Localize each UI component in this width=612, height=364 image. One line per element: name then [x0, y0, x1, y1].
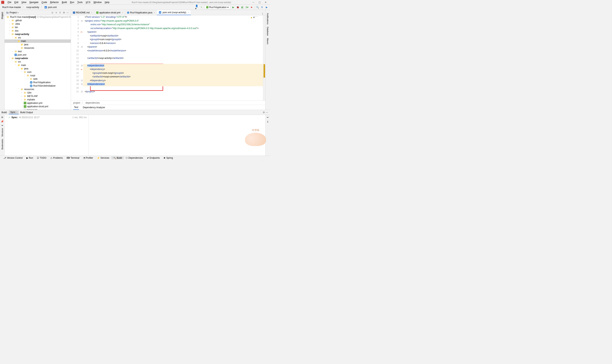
editor-breadcrumb-item[interactable]: project — [73, 102, 80, 104]
tree-item[interactable]: CRuoYiApplication — [5, 81, 71, 84]
tree-item[interactable]: application.yml — [5, 101, 71, 105]
back-arrow-icon[interactable]: ↖ — [200, 6, 203, 9]
menu-navigate[interactable]: Navigate — [28, 1, 40, 4]
bottom-tool-build[interactable]: 🔨 Build — [111, 156, 124, 159]
bottom-tool-spring[interactable]: ❀ Spring — [162, 156, 175, 159]
caret-position[interactable]: 1:1 — [231, 160, 235, 161]
bottom-tool-problems[interactable]: ⚠ Problems — [48, 156, 65, 159]
tree-item[interactable]: java — [5, 43, 71, 46]
menu-refactor[interactable]: Refactor — [49, 1, 60, 4]
editor-tab[interactable]: application-druid.yml× — [94, 10, 125, 15]
tree-item[interactable]: ˇsrc — [5, 36, 71, 39]
structure-tool-button[interactable]: Structure — [1, 127, 3, 137]
tree-item[interactable]: ›META-INF — [5, 94, 71, 98]
editor-tab[interactable]: RuoYiApplication.java× — [125, 10, 157, 15]
tree-item[interactable]: CRuoYiServletInitializer — [5, 84, 71, 88]
breadcrumb-item[interactable]: ruoyi-activity — [26, 6, 40, 9]
menu-run[interactable]: Run — [68, 1, 76, 4]
notifications-tool-button[interactable]: Notifications — [266, 12, 269, 25]
indent-setting[interactable]: 4 spaces — [250, 160, 259, 161]
tree-item[interactable]: ›test — [5, 50, 71, 53]
bottom-tool-version-control[interactable]: ⎇ Version Control — [1, 156, 25, 159]
minimize-button[interactable]: ─ — [252, 1, 255, 4]
search-icon[interactable]: 🔍 — [256, 6, 259, 9]
database-tool-button[interactable]: Database — [266, 26, 269, 37]
editor-subtab[interactable]: Text — [73, 105, 79, 110]
menu-edit[interactable]: Edit — [13, 1, 20, 4]
bookmarks-tool-button[interactable]: Bookmarks — [1, 138, 3, 150]
settings-icon[interactable]: ⚙ — [62, 11, 66, 14]
editor-breadcrumb-item[interactable]: dependencies — [85, 102, 100, 104]
bottom-tool-endpoints[interactable]: ⬈ Endpoints — [145, 156, 162, 159]
sync-icon[interactable]: ⬆ — [260, 6, 264, 9]
sync-status-row[interactable]: ˇ ✓ Sync: At 2022/11/11 15:27 1 sec, 692… — [6, 116, 87, 119]
breadcrumb-item[interactable]: RuoYi-Vue-master — [1, 6, 22, 9]
tree-item[interactable]: ˇjava — [5, 67, 71, 70]
collapse-all-icon[interactable]: ⇕ — [58, 11, 62, 14]
soft-wrap-icon[interactable]: ↩ — [267, 116, 269, 119]
tree-item[interactable]: ˇruoyi-activity — [5, 32, 71, 36]
run-configuration-selector[interactable]: RuoYiApplication ▾ — [204, 5, 230, 9]
tree-item[interactable]: ›.idea — [5, 22, 71, 26]
tree-item[interactable]: ˇresources — [5, 88, 71, 91]
tree-item[interactable]: banner.txt — [5, 108, 71, 110]
tree-item[interactable]: ›mybatis — [5, 98, 71, 101]
tree-item[interactable]: ˇsrc — [5, 60, 71, 64]
stop-button[interactable]: ■ — [250, 6, 253, 9]
bottom-tool-profiler[interactable]: ◔ Profiler — [81, 156, 95, 159]
project-tool-button[interactable]: Project — [1, 12, 3, 20]
file-encoding[interactable]: UTF-8 — [241, 160, 248, 161]
build-output-tab[interactable]: Build Output — [19, 111, 34, 114]
maximize-button[interactable]: ▢ — [258, 1, 261, 4]
tree-item[interactable]: ›doc — [5, 29, 71, 32]
lock-icon[interactable]: 🔓 — [261, 160, 264, 161]
error-stripe[interactable] — [263, 15, 265, 101]
bottom-tool-services[interactable]: ⚡ Services — [95, 156, 111, 159]
menu-tools[interactable]: Tools — [76, 1, 84, 4]
tree-item[interactable]: ›i18n — [5, 91, 71, 94]
close-button[interactable]: ✕ — [264, 1, 267, 4]
refresh-icon[interactable]: ⟳ — [1, 116, 3, 119]
hide-panel-icon[interactable]: — — [66, 11, 69, 14]
sync-tab[interactable]: Sync × — [9, 110, 19, 114]
menu-vcs[interactable]: VCS — [84, 1, 92, 4]
editor-subtab[interactable]: Dependency Analyzer — [82, 105, 106, 110]
debug-button[interactable]: 🐞 — [236, 6, 239, 9]
run-button[interactable]: ▶ — [231, 6, 235, 9]
editor-tab[interactable]: mpom.xml (ruoyi-activity)× — [157, 10, 191, 15]
tree-item[interactable]: ˇmain — [5, 64, 71, 67]
tree-item[interactable]: resources — [5, 46, 71, 50]
tree-item[interactable]: ˇcom — [5, 70, 71, 74]
project-tree[interactable]: ˇRuoYi-Vue-master [ruoyi]D:\DingJiaxiong… — [5, 15, 71, 110]
bottom-tool-terminal[interactable]: ⌨ Terminal — [65, 156, 81, 159]
breadcrumb-item[interactable]: m pom.xml — [44, 6, 58, 9]
tree-item[interactable]: ˇruoyi — [5, 74, 71, 77]
maven-tool-button[interactable]: Maven — [266, 37, 269, 45]
profile-button[interactable]: ◔▾ — [245, 6, 249, 9]
expand-all-icon[interactable]: ≡ — [55, 11, 58, 14]
tree-item[interactable]: mpom.xml — [5, 53, 71, 57]
tree-item[interactable]: ›bin — [5, 26, 71, 29]
inspector-icon[interactable]: 😐 — [266, 160, 268, 161]
bottom-tool-dependencies[interactable]: ⬡ Dependencies — [124, 156, 145, 159]
inspection-widget[interactable]: ▲ 4 ˆ ˇ — [250, 16, 258, 19]
tool-window-icon[interactable]: ▣ — [1, 160, 4, 161]
ide-icon[interactable]: ▶ — [265, 6, 268, 9]
hide-icon[interactable]: — — [265, 111, 268, 114]
coverage-button[interactable]: ◧ — [240, 6, 244, 9]
bottom-tool-todo[interactable]: ☑ TODO — [35, 156, 48, 159]
tab-options[interactable]: ⋮ — [260, 13, 265, 15]
line-separator[interactable]: LF — [237, 160, 239, 161]
gear-icon[interactable]: ⚙ — [262, 111, 265, 114]
menu-help[interactable]: Help — [103, 1, 111, 4]
code-editor[interactable]: 123456789101112131415161718192021 ⊟m↑⊟⊟●… — [71, 15, 265, 101]
tree-item[interactable]: ›web — [5, 77, 71, 81]
scroll-icon[interactable]: ⤓ — [267, 120, 269, 123]
menu-build[interactable]: Build — [60, 1, 68, 4]
bottom-tool-run[interactable]: ▶ Run — [25, 156, 35, 159]
menu-file[interactable]: File — [6, 1, 13, 4]
tree-item[interactable]: ˇmain — [5, 39, 71, 43]
tree-item[interactable]: application-druid.yml — [5, 105, 71, 108]
select-opened-file-icon[interactable]: ⊙ — [51, 11, 54, 14]
user-icon[interactable]: 👤▾ — [195, 6, 199, 9]
